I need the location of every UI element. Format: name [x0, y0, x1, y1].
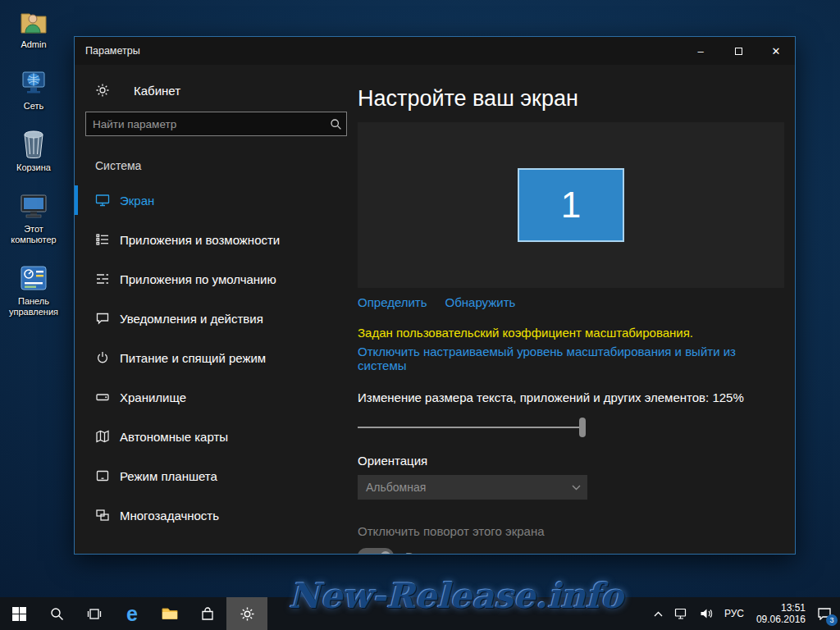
toggle-knob — [381, 551, 390, 554]
settings-taskbar-button[interactable] — [226, 597, 267, 630]
search-input[interactable] — [86, 118, 325, 130]
sidebar-item-storage[interactable]: Хранилище — [75, 377, 358, 417]
settings-sidebar: Кабинет Система — [75, 65, 358, 554]
network-icon — [18, 68, 49, 98]
selection-bar — [75, 500, 78, 530]
gear-icon — [95, 83, 110, 98]
monitor-number: 1 — [561, 185, 581, 226]
file-explorer-button[interactable] — [151, 597, 189, 630]
maximize-button[interactable] — [719, 37, 757, 65]
orientation-value: Альбомная — [358, 481, 564, 494]
sidebar-nav: Экран Приложения и возможности — [75, 180, 358, 535]
network-tray-button[interactable] — [669, 597, 694, 630]
offline-maps-icon — [95, 429, 110, 444]
search-icon[interactable] — [325, 118, 346, 130]
selection-bar — [75, 382, 78, 412]
system-tray: РУС 13:51 09.06.2016 3 — [648, 597, 840, 630]
slider-thumb[interactable] — [579, 418, 586, 437]
desktop-icon-label: Панель управления — [5, 296, 62, 317]
store-button[interactable] — [189, 597, 226, 630]
volume-tray-button[interactable] — [694, 597, 719, 630]
language-indicator[interactable]: РУС — [719, 597, 750, 630]
selection-bar — [75, 461, 78, 491]
recycle-bin-icon — [18, 130, 49, 159]
edge-icon: e — [126, 604, 138, 624]
selection-bar — [75, 185, 78, 215]
orientation-label: Ориентация — [358, 454, 784, 468]
disable-custom-scaling-link[interactable]: Отключить настраиваемый уровень масштаби… — [358, 345, 784, 372]
selection-bar — [75, 225, 78, 254]
desktop-icon-list: Admin Сеть Корзина — [5, 7, 62, 336]
monitor-1[interactable]: 1 — [518, 168, 624, 242]
windows-logo-icon — [12, 607, 26, 621]
rotation-lock-toggle[interactable] — [358, 548, 394, 554]
close-button[interactable]: ✕ — [757, 37, 795, 65]
sidebar-item-multitasking[interactable]: Многозадачность — [75, 495, 358, 535]
gear-icon — [240, 606, 255, 622]
toggle-state-label: Вкл. — [405, 550, 430, 555]
file-explorer-icon — [162, 607, 178, 620]
action-center-button[interactable]: 3 — [812, 597, 840, 630]
rotation-lock-label: Отключить поворот этого экрана — [358, 524, 784, 538]
sidebar-item-home[interactable]: Кабинет — [95, 83, 358, 98]
power-icon — [95, 350, 110, 365]
start-button[interactable] — [0, 597, 38, 630]
storage-icon — [95, 390, 110, 404]
desktop-icon-this-pc[interactable]: Этот компьютер — [5, 191, 62, 245]
sidebar-item-apps-features[interactable]: Приложения и возможности — [75, 220, 358, 259]
settings-search — [85, 112, 347, 136]
scale-slider[interactable] — [358, 418, 586, 437]
scale-slider-label: Изменение размера текста, приложений и д… — [358, 390, 784, 404]
selection-bar — [75, 264, 78, 294]
notification-badge: 3 — [826, 614, 838, 626]
task-view-icon — [87, 608, 102, 620]
sidebar-item-default-apps[interactable]: Приложения по умолчанию — [75, 259, 358, 299]
display-icon — [95, 193, 110, 208]
clock[interactable]: 13:51 09.06.2016 — [750, 602, 812, 625]
speaker-icon — [700, 608, 713, 619]
tray-date: 09.06.2016 — [756, 614, 806, 625]
sidebar-item-power-sleep[interactable]: Питание и спящий режим — [75, 338, 358, 377]
apps-features-icon — [95, 232, 110, 247]
desktop-icon-label: Этот компьютер — [5, 224, 62, 245]
orientation-dropdown[interactable]: Альбомная — [358, 475, 587, 500]
store-icon — [201, 607, 214, 621]
sidebar-home-label: Кабинет — [134, 84, 180, 98]
selection-bar — [75, 343, 78, 372]
sidebar-item-notifications[interactable]: Уведомления и действия — [75, 299, 358, 338]
desktop-icon-recycle-bin[interactable]: Корзина — [5, 130, 62, 173]
window-title: Параметры — [75, 45, 682, 57]
edge-button[interactable]: e — [113, 597, 151, 630]
control-panel-icon — [18, 263, 49, 293]
desktop-icon-control-panel[interactable]: Панель управления — [5, 263, 62, 317]
chevron-down-icon — [564, 485, 587, 491]
tray-expand-button[interactable] — [648, 597, 669, 630]
chevron-up-icon — [654, 611, 663, 617]
desktop-icon-label: Корзина — [5, 162, 62, 173]
selection-bar — [75, 304, 78, 333]
user-folder-icon — [18, 7, 49, 36]
tablet-mode-icon — [95, 468, 110, 483]
desktop-icon-label: Admin — [5, 39, 62, 50]
display-preview: 1 — [358, 122, 784, 288]
minimize-button[interactable]: – — [682, 37, 719, 65]
network-icon — [674, 608, 688, 619]
detect-link[interactable]: Обнаружить — [445, 295, 516, 309]
task-view-button[interactable] — [75, 597, 113, 630]
taskbar-search-button[interactable] — [38, 597, 75, 630]
custom-scaling-warning: Задан пользовательский коэффициент масшт… — [358, 326, 784, 340]
identify-link[interactable]: Определить — [358, 295, 427, 309]
multitasking-icon — [95, 508, 110, 523]
page-title: Настройте ваш экран — [358, 86, 784, 112]
tray-time: 13:51 — [756, 602, 806, 614]
desktop-icon-admin[interactable]: Admin — [5, 7, 62, 50]
selection-bar — [75, 422, 78, 451]
default-apps-icon — [95, 272, 110, 286]
desktop-icon-network[interactable]: Сеть — [5, 68, 62, 112]
display-settings-panel: Настройте ваш экран 1 Определить Обнаруж… — [358, 65, 795, 554]
sidebar-item-display[interactable]: Экран — [75, 180, 358, 220]
titlebar: Параметры – ✕ — [75, 37, 795, 65]
settings-window: Параметры – ✕ Кабинет — [74, 36, 796, 555]
sidebar-item-offline-maps[interactable]: Автономные карты — [75, 417, 358, 456]
sidebar-item-tablet-mode[interactable]: Режим планшета — [75, 456, 358, 495]
